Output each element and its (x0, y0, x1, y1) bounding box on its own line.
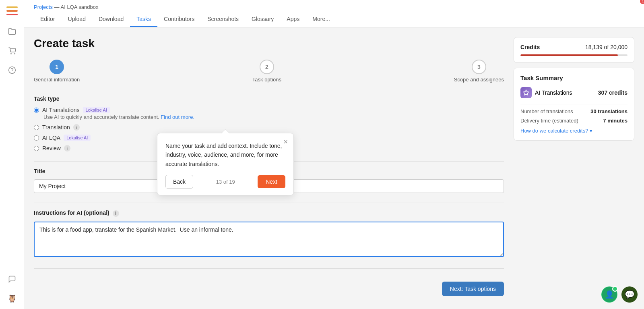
svg-rect-1 (6, 10, 18, 12)
nav-tabs: Editor Upload Download Tasks Contributor… (34, 12, 634, 27)
tab-download[interactable]: Download (92, 12, 130, 27)
radio-translation-input[interactable] (34, 125, 39, 130)
radio-ai-lqa-label: AI LQA (42, 135, 60, 141)
breadcrumb: Projects — AI LQA sandbox (34, 0, 634, 12)
summary-row-delivery-label: Delivery time (estimated) (520, 118, 578, 124)
bottom-right-widgets: 👤 💬 (601, 286, 638, 303)
tab-tasks[interactable]: Tasks (130, 12, 157, 27)
tooltip-next-button[interactable]: Next (258, 175, 285, 188)
translation-info-icon[interactable]: i (73, 124, 80, 131)
credits-bar-fill (520, 54, 618, 56)
step-1: 1 General information (34, 60, 80, 83)
task-summary-card: Task Summary AI Translations 307 credits (514, 68, 634, 141)
radio-item-ai-translations[interactable]: AI Translations Lokalise AI (34, 107, 504, 113)
help-icon[interactable] (6, 64, 18, 76)
review-info-icon[interactable]: i (64, 145, 70, 151)
instructions-info-icon[interactable]: i (113, 210, 119, 217)
next-task-options-button[interactable]: Next: Task options (442, 282, 504, 296)
tooltip-popup: × Name your task and add context. Includ… (157, 133, 294, 195)
step-label-2: Task options (252, 77, 281, 83)
summary-row-delivery: Delivery time (estimated) 7 minutes (520, 118, 627, 124)
tab-contributors[interactable]: Contributors (157, 12, 201, 27)
tab-apps[interactable]: Apps (280, 12, 306, 27)
summary-row-delivery-value: 7 minutes (603, 118, 627, 124)
tooltip-close-button[interactable]: × (283, 138, 288, 145)
radio-ai-translations-input[interactable] (34, 108, 39, 113)
stepper: 1 General information 2 Task options 3 S… (34, 60, 504, 83)
tab-more[interactable]: More... (306, 12, 336, 27)
ai-translations-icon (520, 87, 532, 98)
summary-row-translations-value: 30 translations (590, 108, 627, 114)
tooltip-popup-text: Name your task and add context. Include … (165, 141, 285, 168)
instructions-section: Instructions for AI (optional) i This is… (34, 209, 504, 259)
main-content: Projects — AI LQA sandbox Editor Upload … (24, 0, 644, 309)
svg-marker-7 (523, 90, 528, 95)
summary-type-row: AI Translations 307 credits (520, 87, 627, 98)
badge-lokalise-ai-2: Lokalise AI (64, 135, 91, 141)
owl-icon[interactable]: 🦉 (6, 293, 18, 304)
avatar-widget[interactable]: 👤 (601, 286, 617, 303)
tooltip-back-button[interactable]: Back (165, 175, 193, 189)
page-title: Create task (34, 37, 504, 50)
calc-link-text: How do we calculate credits? (520, 128, 588, 134)
right-panel: Credits 18,139 of 20,000 Task Summary (514, 37, 634, 299)
radio-item-translation[interactable]: Translation i (34, 124, 504, 131)
avatar-inner: 👤 (602, 287, 617, 302)
radio-translation-label: Translation (42, 124, 70, 131)
credits-bar-background (520, 54, 627, 56)
summary-type-left: AI Translations (520, 87, 572, 98)
step-circle-3: 3 (472, 60, 486, 74)
radio-review-input[interactable] (34, 146, 39, 151)
breadcrumb-current: AI LQA sandbox (61, 4, 99, 10)
ai-translations-desc: Use AI to quickly and accurately transla… (43, 114, 504, 120)
avatar-emoji: 👤 (605, 290, 614, 299)
breadcrumb-projects[interactable]: Projects (34, 4, 53, 10)
tab-screenshots[interactable]: Screenshots (201, 12, 245, 27)
tooltip-counter: 13 of 19 (216, 179, 235, 185)
instructions-label: Instructions for AI (optional) i (34, 209, 504, 217)
radio-ai-lqa-input[interactable] (34, 135, 39, 141)
online-indicator (612, 286, 618, 292)
content-area: Create task 1 General information 2 Task… (24, 27, 644, 309)
radio-review-label: Review (42, 145, 61, 151)
tab-glossary[interactable]: Glossary (245, 12, 280, 27)
summary-type-label: AI Translations (535, 89, 572, 96)
folder-icon[interactable] (6, 26, 18, 37)
tooltip-popup-footer: Back 13 of 19 Next (165, 175, 285, 189)
credits-value: 18,139 of 20,000 (585, 44, 627, 50)
divider-2 (34, 203, 504, 203)
task-type-label: Task type (34, 95, 504, 102)
summary-row-translations: Number of translations 30 translations (520, 108, 627, 114)
svg-point-4 (14, 54, 15, 54)
tab-upload[interactable]: Upload (62, 12, 92, 27)
chat-widget[interactable]: 💬 (621, 286, 638, 303)
find-out-more-link[interactable]: Find out more. (161, 114, 194, 120)
bottom-bar: Next: Task options (34, 275, 504, 296)
tab-editor[interactable]: Editor (34, 12, 62, 27)
summary-title: Task Summary (520, 75, 627, 81)
credits-header: Credits 18,139 of 20,000 (520, 44, 627, 50)
top-navigation: Projects — AI LQA sandbox Editor Upload … (24, 0, 644, 27)
breadcrumb-separator: — (54, 4, 61, 10)
svg-rect-2 (6, 14, 18, 15)
svg-point-5 (8, 67, 15, 74)
step-3: 3 Scope and assignees (454, 60, 504, 83)
sidebar: 1 🦉 (0, 0, 24, 309)
svg-rect-0 (6, 6, 18, 8)
step-circle-2: 2 (260, 60, 274, 74)
summary-type-credits: 307 credits (598, 89, 627, 96)
stepper-steps: 1 General information 2 Task options 3 S… (34, 60, 504, 83)
how-credits-link[interactable]: How do we calculate credits? ▾ (520, 128, 627, 134)
chat-button[interactable]: 💬 (621, 286, 638, 303)
step-label-1: General information (34, 77, 80, 83)
radio-ai-translations-label: AI Translations (42, 107, 80, 113)
user-avatar[interactable]: 👤 (601, 286, 617, 303)
divider-3 (34, 268, 504, 269)
instructions-textarea[interactable]: This is for a food app, translate for th… (34, 222, 504, 257)
logo[interactable] (6, 5, 19, 18)
credits-title: Credits (520, 44, 540, 50)
summary-divider (520, 104, 627, 104)
chat-nav-icon[interactable]: 1 (6, 274, 18, 285)
store-icon[interactable] (6, 45, 18, 56)
summary-row-translations-label: Number of translations (520, 108, 573, 114)
